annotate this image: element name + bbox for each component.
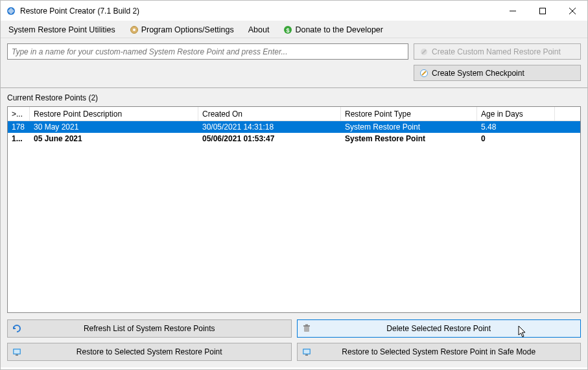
- cell-age: 0: [477, 133, 555, 145]
- title-bar: Restore Point Creator (7.1 Build 2): [1, 1, 587, 21]
- restore-safe-button[interactable]: Restore to Selected System Restore Point…: [297, 343, 582, 361]
- cell-index: 178: [8, 121, 30, 133]
- restore-button[interactable]: Restore to Selected System Restore Point: [7, 343, 292, 361]
- delete-label: Delete Selected Restore Point: [386, 324, 491, 333]
- menu-donate-label: Donate to the Developer: [295, 25, 383, 34]
- restore-point-name-input[interactable]: [7, 43, 408, 60]
- menu-options[interactable]: Program Options/Settings: [127, 24, 237, 36]
- cell-index: 1...: [8, 133, 30, 145]
- column-type[interactable]: Restore Point Type: [341, 107, 477, 121]
- table-row[interactable]: 178 30 May 2021 30/05/2021 14:31:18 Syst…: [8, 121, 580, 133]
- refresh-label: Refresh List of System Restore Points: [84, 324, 215, 333]
- svg-rect-16: [16, 354, 18, 356]
- menu-about-label: About: [248, 25, 270, 34]
- svg-rect-11: [304, 327, 309, 332]
- cursor-icon: [518, 325, 527, 338]
- restore-label: Restore to Selected System Restore Point: [76, 347, 222, 356]
- restore-safe-icon: [301, 347, 312, 357]
- cell-created: 05/06/2021 01:53:47: [198, 133, 341, 145]
- gear-icon: [130, 25, 139, 34]
- table-row[interactable]: 1... 05 June 2021 05/06/2021 01:53:47 Sy…: [8, 133, 580, 145]
- checkpoint-icon: [419, 69, 429, 78]
- create-checkpoint-button[interactable]: Create System Checkpoint: [414, 65, 581, 81]
- cell-description: 30 May 2021: [30, 121, 198, 133]
- toolbar: Create Custom Named Restore Point Create…: [1, 38, 587, 88]
- column-description[interactable]: Restore Point Description: [30, 107, 198, 121]
- refresh-button[interactable]: Refresh List of System Restore Points: [7, 319, 292, 338]
- create-custom-button[interactable]: Create Custom Named Restore Point: [414, 43, 581, 60]
- dollar-icon: $: [283, 25, 292, 34]
- svg-point-6: [133, 29, 135, 31]
- grid-header: >... Restore Point Description Created O…: [8, 107, 580, 121]
- wand-icon: [419, 47, 429, 56]
- current-restore-points-label: Current Restore Points (2): [7, 93, 581, 102]
- grid-body: 178 30 May 2021 30/05/2021 14:31:18 Syst…: [8, 121, 580, 312]
- svg-rect-13: [305, 325, 308, 326]
- column-age[interactable]: Age in Days: [477, 107, 555, 121]
- svg-text:$: $: [287, 27, 290, 33]
- column-index[interactable]: >...: [8, 107, 30, 121]
- create-custom-label: Create Custom Named Restore Point: [432, 47, 561, 56]
- menu-options-label: Program Options/Settings: [141, 25, 234, 34]
- cell-description: 05 June 2021: [30, 133, 198, 145]
- menu-utilities[interactable]: System Restore Point Utilities: [6, 24, 118, 36]
- maximize-button[interactable]: [528, 1, 558, 21]
- menu-bar: System Restore Point Utilities Program O…: [1, 21, 587, 38]
- window-title: Restore Point Creator (7.1 Build 2): [20, 6, 498, 16]
- main-content: Current Restore Points (2) >... Restore …: [1, 88, 587, 367]
- restore-icon: [12, 347, 22, 357]
- trash-icon: [301, 323, 312, 334]
- delete-button[interactable]: Delete Selected Restore Point: [297, 319, 582, 338]
- cell-type: System Restore Point: [341, 121, 477, 133]
- menu-about[interactable]: About: [246, 24, 272, 36]
- svg-rect-18: [303, 350, 309, 354]
- cell-created: 30/05/2021 14:31:18: [198, 121, 341, 133]
- menu-utilities-label: System Restore Point Utilities: [8, 25, 115, 34]
- svg-rect-19: [305, 354, 308, 356]
- menu-donate[interactable]: $ Donate to the Developer: [281, 24, 386, 36]
- bottom-buttons: Refresh List of System Restore Points De…: [7, 319, 581, 361]
- svg-rect-2: [540, 8, 546, 14]
- svg-rect-15: [14, 350, 20, 354]
- cell-type: System Restore Point: [341, 133, 477, 145]
- app-icon: [6, 6, 16, 16]
- window-controls: [498, 1, 587, 21]
- cell-age: 5.48: [477, 121, 555, 133]
- close-button[interactable]: [558, 1, 587, 21]
- refresh-icon: [12, 323, 22, 334]
- restore-safe-label: Restore to Selected System Restore Point…: [342, 347, 535, 356]
- column-created[interactable]: Created On: [198, 107, 341, 121]
- restore-points-grid[interactable]: >... Restore Point Description Created O…: [7, 106, 581, 313]
- create-checkpoint-label: Create System Checkpoint: [432, 69, 524, 78]
- minimize-button[interactable]: [498, 1, 528, 21]
